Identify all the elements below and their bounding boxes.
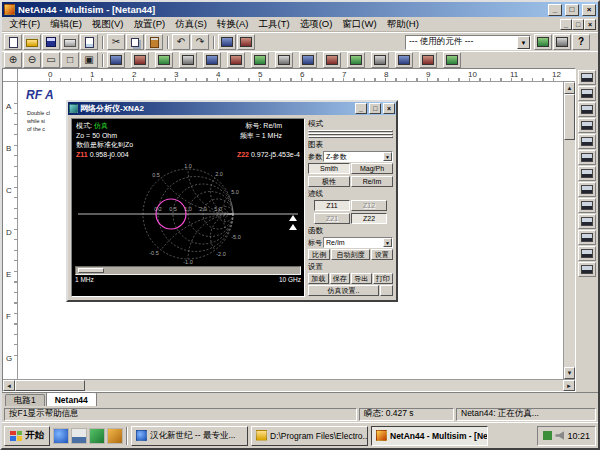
setup-button[interactable]: 设置 [371,249,393,260]
xna-maximize-button[interactable]: □ [369,103,381,114]
rf-button[interactable] [395,52,413,68]
network-analyzer-button[interactable] [578,230,596,245]
electromech-button[interactable] [419,52,437,68]
auto-scale-button[interactable]: 自动刻度 [331,249,369,260]
combo-dropdown-icon[interactable]: ▼ [517,36,530,49]
menu-item-9[interactable]: 窗口(W) [337,17,381,32]
print-preview-button[interactable] [80,34,98,50]
load-button[interactable]: 加载 [308,273,329,284]
transistors-button[interactable] [179,52,197,68]
xna-close-button[interactable]: × [383,103,395,114]
menu-item-1[interactable]: 文件(F) [4,17,45,32]
power-button[interactable] [347,52,365,68]
measurement-probe-button[interactable] [578,246,596,261]
distortion-analyzer-button[interactable] [578,198,596,213]
schematic-canvas[interactable]: RF A Double clwhile siof the c 网络分析仪-XNA… [18,82,563,379]
smith-button[interactable]: Smith [308,163,350,174]
oscilloscope-button[interactable] [578,118,596,133]
logic-analyzer-button[interactable] [578,166,596,181]
menu-item-2[interactable]: 编辑(E) [45,17,87,32]
basic-button[interactable] [131,52,149,68]
redo-button[interactable]: ↷ [191,34,209,50]
vertical-scrollbar[interactable]: ▲ ▼ [563,82,575,379]
misc-button[interactable] [371,52,389,68]
scroll-down-icon[interactable]: ▼ [564,367,575,379]
task-ie-window[interactable]: 汉化新世纪 -- 最专业... [131,426,248,446]
panel-extra-button[interactable] [380,285,393,296]
in-use-list-combo[interactable]: --- 使用的元件 --- ▼ [405,35,531,50]
current-probe-button[interactable] [578,262,596,277]
rf-characterizer-button[interactable]: 射频特性图 [308,133,393,135]
scroll-left-icon[interactable]: ◄ [3,380,15,391]
horizontal-scroll-track[interactable] [15,380,563,391]
marker-select[interactable]: Re/Im ▼ [323,237,393,248]
open-button[interactable] [23,34,41,50]
re-im-button[interactable]: Re/Im [351,176,393,187]
z22-button[interactable]: Z22 [351,213,387,224]
network-analyzer-dialog[interactable]: 网络分析仪-XNA2 _ □ × 模式: 仿真 标号: Re/Im [66,100,398,302]
ie-quicklaunch-icon[interactable] [53,428,69,444]
frequency-slider[interactable] [75,266,301,275]
misc-digital-button[interactable] [275,52,293,68]
undo-button[interactable]: ↶ [172,34,190,50]
zoom-full-button[interactable]: □ [61,52,79,68]
wattmeter-button[interactable] [578,102,596,117]
scroll-right-icon[interactable]: ► [563,380,575,391]
task-multisim-window[interactable]: NetAn44 - Multisim - [Net... [371,426,488,446]
vertical-scroll-track[interactable] [564,94,575,367]
scale-button[interactable]: 比例 [308,249,330,260]
xna-titlebar[interactable]: 网络分析仪-XNA2 _ □ × [68,102,396,115]
bode-plotter-button[interactable] [578,134,596,149]
indicators-button[interactable] [323,52,341,68]
menu-item-3[interactable]: 视图(V) [87,17,129,32]
export-button[interactable]: 导出 [351,273,372,284]
polar-button[interactable]: 极性 [308,176,350,187]
task-explorer-window[interactable]: D:\Program Files\Electro... [251,426,368,446]
zoom-page-button[interactable]: ▣ [80,52,98,68]
multimeter-button[interactable] [578,70,596,85]
volume-icon[interactable] [555,431,564,440]
new-button[interactable] [4,34,22,50]
menu-item-8[interactable]: 选项(O) [295,17,338,32]
xna-minimize-button[interactable]: _ [355,103,367,114]
cut-button[interactable]: ✂ [107,34,125,50]
copy-button[interactable] [126,34,144,50]
scroll-up-icon[interactable]: ▲ [564,82,575,94]
save-button[interactable]: 保存 [330,273,351,284]
print-button[interactable] [61,34,79,50]
zoom-window-button[interactable]: ▭ [42,52,60,68]
frequency-slider-thumb[interactable] [78,268,104,273]
tray-icon[interactable] [543,431,552,440]
tab-netan44[interactable]: Netan44 [46,392,97,406]
instruments-button[interactable] [443,52,461,68]
vertical-scroll-thumb[interactable] [564,94,575,140]
paste-button[interactable] [145,34,163,50]
sources-button[interactable] [107,52,125,68]
word-generator-button[interactable] [578,150,596,165]
horizontal-scroll-thumb[interactable] [15,380,85,391]
z12-button[interactable]: Z12 [351,200,387,211]
cmos-button[interactable] [251,52,269,68]
show-desktop-quicklaunch-icon[interactable] [71,428,87,444]
spectrum-analyzer-button[interactable] [578,214,596,229]
parameter-select[interactable]: Z-参数 ▼ [323,151,393,162]
analysis-button[interactable] [553,34,571,50]
logic-converter-button[interactable] [578,182,596,197]
list-button[interactable] [534,34,552,50]
horizontal-scrollbar[interactable]: ◄ ► [3,379,575,391]
project-button[interactable] [218,34,236,50]
media-player-quicklaunch-icon[interactable] [107,428,123,444]
dropdown-arrow-icon[interactable]: ▼ [383,152,392,161]
zoom-out-button[interactable]: ⊖ [23,52,41,68]
function-generator-button[interactable] [578,86,596,101]
channels-quicklaunch-icon[interactable] [89,428,105,444]
diodes-button[interactable] [155,52,173,68]
mag-ph-button[interactable]: Mag/Ph [351,163,393,174]
ttl-button[interactable] [227,52,245,68]
z11-button[interactable]: Z11 [314,200,350,211]
z21-button[interactable]: Z21 [314,213,350,224]
window-minimize-button[interactable]: _ [548,4,562,16]
menu-item-7[interactable]: 工具(T) [254,17,295,32]
match-net-designer-button[interactable]: 匹配网络设计 [308,136,393,138]
zoom-in-button[interactable]: ⊕ [4,52,22,68]
